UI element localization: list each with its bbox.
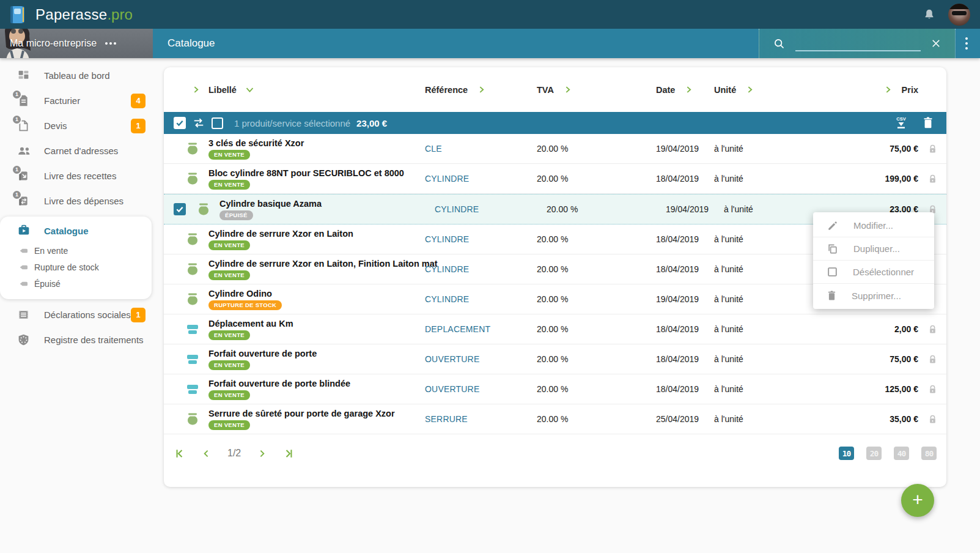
row-tva: 20.00 % bbox=[527, 384, 646, 394]
row-price: 75,00 € bbox=[839, 144, 918, 154]
sidebar-item-devis[interactable]: 1Devis1 bbox=[0, 113, 153, 138]
column-header-tva[interactable]: TVA bbox=[527, 85, 646, 95]
menu-item-label: Supprimer... bbox=[852, 291, 901, 301]
sidebar-item-carnet-d-adresses[interactable]: Carnet d'adresses bbox=[0, 138, 153, 163]
row-unit: à l'unité bbox=[706, 174, 839, 184]
add-product-fab[interactable]: + bbox=[901, 484, 934, 517]
page-size-40[interactable]: 40 bbox=[894, 447, 909, 460]
table-row[interactable]: 3 clés de sécurité XzorEN VENTECLE20.00 … bbox=[164, 134, 946, 164]
product-icon bbox=[185, 411, 201, 427]
selection-toolbar: 1 produit/service sélectionné 23,00 € CS… bbox=[164, 112, 946, 134]
row-tva: 20.00 % bbox=[527, 264, 646, 274]
page-size-10[interactable]: 10 bbox=[839, 447, 854, 460]
brand-name: Paperasse bbox=[35, 6, 107, 23]
select-all-checkbox[interactable] bbox=[174, 117, 186, 129]
sidebar-subitem-label: Épuisé bbox=[34, 279, 61, 289]
sidebar-item-registre-des-traitements[interactable]: Registre des traitements bbox=[0, 327, 153, 352]
sidebar-item-declarations-sociales[interactable]: Déclarations sociales1 bbox=[0, 302, 153, 327]
last-page-icon[interactable] bbox=[283, 448, 295, 459]
column-header-date[interactable]: Date bbox=[646, 85, 706, 95]
bell-icon[interactable] bbox=[923, 8, 936, 21]
chevron-right-icon bbox=[192, 86, 200, 94]
table-row[interactable]: Déplacement au KmEN VENTEDEPLACEMENT20.0… bbox=[164, 314, 946, 344]
row-reference: SERRURE bbox=[415, 414, 527, 424]
row-title: 3 clés de sécurité Xzor bbox=[208, 138, 304, 148]
row-price: 2,00 € bbox=[839, 324, 918, 334]
row-context-menu: Modifier...Dupliquer...DésélectionnerSup… bbox=[813, 212, 934, 309]
row-date: 19/04/2019 bbox=[646, 294, 706, 304]
row-title: Cylindre basique Azama bbox=[219, 199, 322, 209]
menu-item-label: Modifier... bbox=[853, 220, 893, 231]
user-avatar[interactable] bbox=[948, 4, 970, 26]
row-title-cell: Cylindre basique AzamaÉPUISÉ bbox=[174, 199, 415, 220]
row-title-stack: Forfait ouverture de porte blindéeEN VEN… bbox=[208, 379, 350, 400]
menu-item-dupliquer[interactable]: Dupliquer... bbox=[813, 237, 934, 261]
delete-selection-icon[interactable] bbox=[922, 116, 934, 130]
sidebar-item-livre-des-recettes[interactable]: 1Livre des recettes bbox=[0, 163, 153, 188]
swap-selection-icon[interactable] bbox=[192, 117, 205, 129]
org-more-icon[interactable] bbox=[105, 42, 116, 45]
brand[interactable]: Paperasse.pro bbox=[0, 4, 133, 25]
table-row[interactable]: Forfait ouverture de porte blindéeEN VEN… bbox=[164, 374, 946, 404]
sidebar-item-tableau-de-bord[interactable]: Tableau de bord bbox=[0, 63, 153, 88]
sidebar-subitem-rupture-de-stock[interactable]: Rupture de stock bbox=[0, 259, 152, 275]
sidebar-item-facturier[interactable]: 1Facturier4 bbox=[0, 88, 153, 113]
row-tva: 20.00 % bbox=[527, 144, 646, 154]
row-reference: CYLINDRE bbox=[415, 174, 527, 184]
lock-icon bbox=[929, 415, 937, 424]
sidebar-item-livre-des-depenses[interactable]: 1Livre des dépenses bbox=[0, 188, 153, 213]
row-date: 18/04/2019 bbox=[646, 234, 706, 244]
status-badge: EN VENTE bbox=[208, 270, 250, 280]
row-price: 199,00 € bbox=[839, 174, 918, 184]
sidebar-subitem-epuise[interactable]: Épuisé bbox=[0, 275, 152, 292]
search-zone bbox=[759, 29, 956, 58]
sidebar-item-icon-wrap: 1 bbox=[17, 94, 31, 108]
menu-item-deselectionner[interactable]: Désélectionner bbox=[813, 261, 934, 284]
next-page-icon[interactable] bbox=[257, 448, 267, 459]
tag-icon bbox=[18, 279, 28, 289]
sidebar-item-catalogue[interactable]: Catalogue bbox=[0, 219, 152, 242]
sort-chevron-down-icon bbox=[245, 85, 254, 94]
column-header-unite[interactable]: Unité bbox=[706, 85, 839, 95]
contacts-icon bbox=[17, 144, 31, 157]
lock-icon bbox=[929, 174, 937, 184]
first-page-icon[interactable] bbox=[174, 448, 185, 459]
table-row[interactable]: Forfait ouverture de porteEN VENTEOUVERT… bbox=[164, 344, 946, 374]
sidebar-item-icon-wrap: 1 bbox=[17, 169, 31, 183]
page-size-80[interactable]: 80 bbox=[921, 447, 937, 460]
row-title-stack: Cylindre OdinoRUPTURE DE STOCK bbox=[208, 289, 282, 310]
service-icon bbox=[185, 351, 201, 367]
table-row[interactable]: Bloc cylindre 88NT pour SECURIBLOC et 80… bbox=[164, 164, 946, 194]
row-tva: 20.00 % bbox=[537, 204, 656, 214]
declarations-icon bbox=[17, 308, 31, 321]
sidebar-subitem-en-vente[interactable]: En vente bbox=[0, 242, 152, 259]
previous-page-icon[interactable] bbox=[201, 448, 212, 459]
row-title-cell: Serrure de sûreté pour porte de garage X… bbox=[174, 409, 415, 430]
chevron-right-icon bbox=[685, 86, 693, 94]
row-reference: CYLINDRE bbox=[425, 204, 537, 214]
sidebar-item-label: Déclarations sociales bbox=[44, 310, 131, 320]
kebab-menu-icon[interactable] bbox=[965, 37, 968, 50]
sidebar-item-label: Registre des traitements bbox=[44, 335, 144, 345]
deselect-all-checkbox[interactable] bbox=[212, 117, 223, 129]
column-header-libelle[interactable]: Libellé bbox=[174, 85, 415, 95]
row-checkbox[interactable] bbox=[174, 203, 186, 215]
row-title-cell: 3 clés de sécurité XzorEN VENTE bbox=[174, 138, 415, 160]
row-reference: DEPLACEMENT bbox=[415, 324, 527, 334]
menu-item-supprimer[interactable]: Supprimer... bbox=[813, 284, 934, 307]
row-unit: à l'unité bbox=[706, 144, 839, 154]
page-size-20[interactable]: 20 bbox=[866, 447, 882, 460]
page-size-selector: 10204080 bbox=[839, 447, 937, 460]
sidebar-item-icon-wrap bbox=[17, 144, 31, 158]
pagination: 1/2 10204080 bbox=[164, 436, 946, 471]
column-header-prix[interactable]: Prix bbox=[839, 85, 918, 95]
search-icon[interactable] bbox=[773, 37, 786, 50]
column-header-reference[interactable]: Référence bbox=[415, 85, 527, 95]
menu-item-modifier[interactable]: Modifier... bbox=[813, 214, 934, 237]
sidebar-item-label: Livre des recettes bbox=[44, 171, 116, 181]
table-row[interactable]: Serrure de sûreté pour porte de garage X… bbox=[164, 404, 946, 434]
clear-search-icon[interactable] bbox=[930, 38, 941, 49]
csv-export-icon[interactable]: CSV bbox=[894, 116, 908, 130]
org-switcher[interactable]: Ma micro-entreprise bbox=[0, 29, 153, 58]
search-input[interactable] bbox=[795, 35, 921, 51]
